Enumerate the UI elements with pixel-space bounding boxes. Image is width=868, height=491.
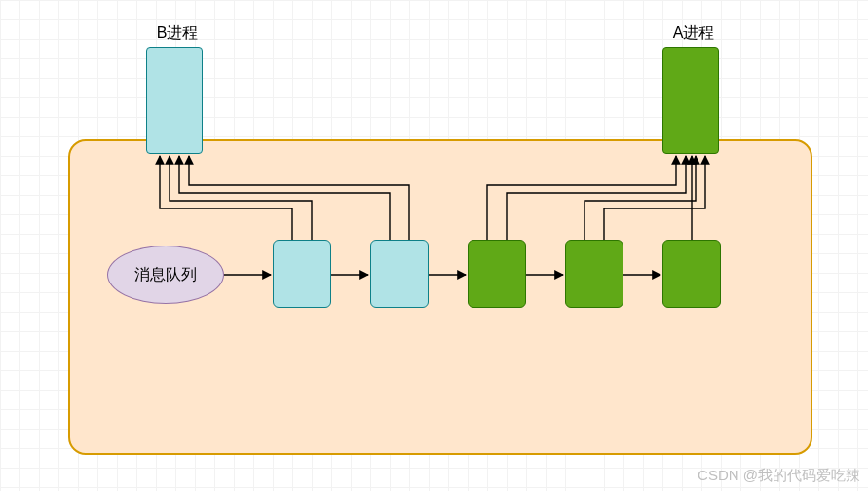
message-queue-text: 消息队列 (134, 265, 197, 285)
a-process-label: A进程 (664, 23, 723, 44)
queue-node-1 (370, 240, 429, 308)
csdn-watermark: CSDN @我的代码爱吃辣 (698, 467, 860, 485)
queue-node-2 (468, 240, 526, 308)
diagram-stage: B进程 A进程 消息队列 (0, 0, 868, 491)
queue-node-4 (662, 240, 721, 308)
b-process-label: B进程 (148, 23, 207, 44)
queue-node-3 (565, 240, 623, 308)
message-queue-ellipse: 消息队列 (107, 246, 224, 304)
a-process-box (662, 47, 719, 154)
b-process-box (146, 47, 203, 154)
queue-node-0 (273, 240, 331, 308)
